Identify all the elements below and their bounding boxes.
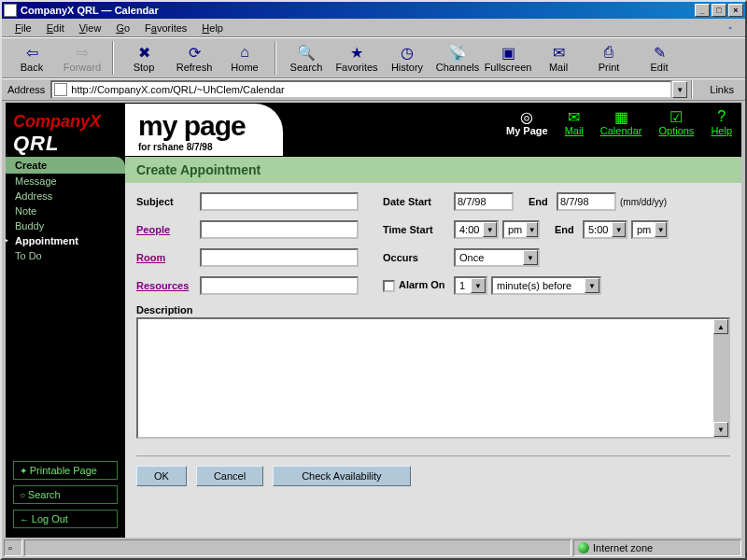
menu-view[interactable]: View	[72, 21, 109, 35]
nav-help[interactable]: ?Help	[711, 108, 732, 136]
favorites-button[interactable]: ★Favorites	[332, 39, 381, 77]
help-icon: ?	[712, 108, 731, 125]
time-start-select[interactable]: 4:00▼	[454, 220, 499, 239]
links-button[interactable]: Links	[704, 84, 740, 95]
menu-go[interactable]: Go	[108, 21, 137, 35]
window-titlebar: CompanyX QRL — Calendar _ □ ×	[2, 2, 745, 19]
home-button[interactable]: ⌂Home	[220, 39, 269, 77]
date-start-input[interactable]	[454, 192, 514, 211]
occurs-select[interactable]: Once▼	[454, 248, 540, 267]
active-arrow-icon: ▸	[6, 235, 8, 245]
chevron-down-icon: ▼	[471, 278, 486, 293]
addrbar-separator	[691, 80, 693, 99]
brand-company: CompanyX	[13, 112, 118, 132]
globe-icon	[578, 542, 589, 553]
address-field[interactable]	[50, 80, 672, 99]
sidebar-search-button[interactable]: ○ Search	[13, 485, 118, 504]
refresh-icon: ⟳	[185, 43, 204, 62]
stop-icon: ✖	[134, 43, 153, 62]
scrollbar-vertical[interactable]: ▲ ▼	[713, 319, 728, 437]
address-label: Address	[7, 84, 45, 95]
status-zone-pane: Internet zone	[573, 539, 741, 556]
search-button[interactable]: 🔍Search	[282, 39, 331, 77]
scroll-down-icon[interactable]: ▼	[713, 422, 728, 437]
menu-favorites[interactable]: Favorites	[137, 21, 194, 35]
back-button[interactable]: ⇦Back	[7, 39, 56, 77]
address-input[interactable]	[71, 84, 669, 95]
printable-page-button[interactable]: ✦ Printable Page	[13, 461, 118, 480]
window-title: CompanyX QRL — Calendar	[21, 5, 693, 16]
mail-button[interactable]: ✉Mail	[534, 39, 583, 77]
menu-file[interactable]: File	[7, 21, 39, 35]
menu-edit[interactable]: Edit	[39, 21, 72, 35]
calendar-icon: ▦	[612, 108, 630, 125]
alarm-unit-select[interactable]: minute(s) before▼	[491, 276, 601, 295]
people-input[interactable]	[200, 220, 359, 239]
resources-input[interactable]	[200, 276, 359, 295]
history-button[interactable]: ◷History	[383, 39, 431, 77]
status-bar: ▫ Internet zone	[4, 539, 743, 556]
main-area: my page for rshane 8/7/98 ◎My Page ✉Mail…	[125, 103, 741, 538]
sidenav-item-address[interactable]: Address	[6, 189, 125, 203]
app-icon	[4, 4, 17, 17]
description-textarea[interactable]: ▲ ▼	[136, 317, 730, 439]
subject-input[interactable]	[200, 192, 359, 211]
logout-button[interactable]: ← Log Out	[13, 510, 118, 528]
fullscreen-button[interactable]: ▣Fullscreen	[484, 39, 532, 77]
label-time-start: Time Start	[383, 224, 454, 235]
label-people[interactable]: People	[136, 224, 200, 235]
header-nav: ◎My Page ✉Mail ▦Calendar ☑Options ?Help	[506, 108, 732, 136]
history-icon: ◷	[398, 43, 416, 62]
nav-mail[interactable]: ✉Mail	[565, 108, 584, 136]
form-title: Create Appointment	[125, 157, 741, 183]
maximize-button[interactable]: □	[712, 4, 726, 17]
date-end-input[interactable]	[557, 192, 616, 211]
alarm-count-select[interactable]: 1▼	[454, 276, 487, 295]
nav-options[interactable]: ☑Options	[658, 108, 694, 136]
stop-button[interactable]: ✖Stop	[120, 39, 168, 77]
button-row: OK Cancel Check Availability	[136, 455, 730, 486]
mail-icon: ✉	[549, 43, 568, 62]
room-input[interactable]	[200, 248, 359, 267]
date-format-note: (mm/dd/yy)	[620, 197, 667, 207]
label-description: Description	[136, 304, 730, 315]
chevron-down-icon: ▼	[526, 222, 538, 237]
check-availability-button[interactable]: Check Availability	[273, 466, 410, 486]
edit-icon: ✎	[650, 43, 669, 62]
time-end-ampm-select[interactable]: pm▼	[631, 220, 669, 239]
address-dropdown-button[interactable]: ▼	[672, 81, 687, 98]
minimize-button[interactable]: _	[695, 4, 710, 17]
chevron-down-icon: ▼	[612, 222, 626, 237]
brand-product: QRL	[13, 132, 118, 156]
close-button[interactable]: ×	[728, 4, 743, 17]
mail-nav-icon: ✉	[565, 108, 584, 125]
alarm-checkbox[interactable]	[383, 280, 395, 292]
nav-mypage[interactable]: ◎My Page	[506, 108, 548, 136]
label-resources[interactable]: Resources	[136, 280, 200, 291]
nav-calendar[interactable]: ▦Calendar	[600, 108, 642, 136]
sidenav-item-buddy[interactable]: Buddy	[6, 218, 125, 233]
status-icon-pane: ▫	[4, 539, 22, 556]
toolbar-separator	[112, 41, 114, 75]
sidenav-item-appointment[interactable]: ▸Appointment	[6, 233, 125, 248]
forward-button[interactable]: ⇨Forward	[58, 39, 106, 77]
time-start-ampm-select[interactable]: pm▼	[502, 220, 540, 239]
label-time-end: End	[555, 224, 583, 235]
label-date-end: End	[529, 196, 557, 207]
sidenav-item-note[interactable]: Note	[6, 203, 125, 218]
ok-button[interactable]: OK	[136, 466, 187, 486]
scroll-up-icon[interactable]: ▲	[713, 319, 728, 334]
cancel-button[interactable]: Cancel	[196, 466, 263, 486]
channels-button[interactable]: 📡Channels	[433, 39, 482, 77]
sidenav-item-todo[interactable]: To Do	[6, 248, 125, 263]
form-area: Create Appointment Subject Date Start En…	[125, 157, 741, 538]
label-room[interactable]: Room	[136, 252, 200, 263]
menu-bar: File Edit View Go Favorites Help	[2, 19, 745, 37]
print-button[interactable]: ⎙Print	[585, 39, 633, 77]
menu-help[interactable]: Help	[194, 21, 231, 35]
brand-block: CompanyX QRL	[6, 103, 125, 165]
refresh-button[interactable]: ⟳Refresh	[170, 39, 218, 77]
time-end-select[interactable]: 5:00▼	[583, 220, 627, 239]
sidenav-item-message[interactable]: Message	[6, 174, 125, 189]
edit-button[interactable]: ✎Edit	[635, 39, 684, 77]
